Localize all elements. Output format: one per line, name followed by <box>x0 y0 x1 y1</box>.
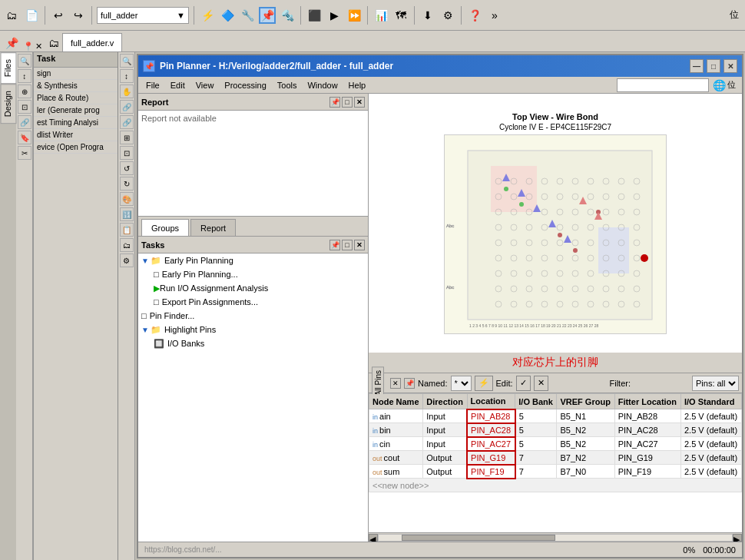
col-fitter-location[interactable]: Fitter Location <box>614 394 680 409</box>
report-dock-btn[interactable]: 📌 <box>329 97 340 108</box>
compile-icon[interactable]: ⚡ <box>199 7 216 24</box>
sb-btn-6[interactable]: 🔖 <box>18 131 31 144</box>
scrollbar-thumb[interactable] <box>402 535 555 541</box>
task-pin-finder[interactable]: □ Pin Finder... <box>138 309 368 323</box>
table-dock-btn[interactable]: 📌 <box>404 378 415 389</box>
cell-location[interactable]: PIN_AC28 <box>467 423 515 437</box>
outer-task-sign[interactable]: sign <box>34 68 118 80</box>
run-icon[interactable]: ▶ <box>326 7 343 24</box>
close-button[interactable]: ✕ <box>723 59 737 73</box>
table-scroll[interactable]: Node Name Direction Location I/O Bank VR… <box>369 393 742 532</box>
cell-location[interactable]: PIN_F19 <box>467 465 515 479</box>
col-location[interactable]: Location <box>467 394 515 409</box>
fit-icon[interactable]: 🔧 <box>239 7 256 24</box>
project-dropdown[interactable]: full_adder ▼ <box>97 7 189 24</box>
report-max-btn[interactable]: □ <box>342 97 353 108</box>
redo-icon[interactable]: ↪ <box>70 7 87 24</box>
sb-btn-1[interactable]: 🔍 <box>18 54 31 68</box>
sb-btn-2[interactable]: ↕ <box>18 69 31 83</box>
scrollbar-track[interactable] <box>378 534 733 542</box>
strip-btn-4[interactable]: 🔗 <box>120 100 134 114</box>
cell-location[interactable]: PIN_AB28 <box>467 409 515 423</box>
col-direction[interactable]: Direction <box>423 394 467 409</box>
report-close-btn[interactable]: ✕ <box>354 97 365 108</box>
sb-btn-5[interactable]: 🔗 <box>18 115 31 129</box>
edit-check-btn[interactable]: ✓ <box>516 376 531 391</box>
task-highlight-pins-folder[interactable]: ▼ 📁 Highlight Pins <box>138 323 368 336</box>
menu-tools[interactable]: Tools <box>273 79 302 91</box>
menu-edit[interactable]: Edit <box>166 79 190 91</box>
outer-task-synthesis[interactable]: & Synthesis <box>34 80 118 92</box>
toolbar-icon-2[interactable]: 📄 <box>23 7 40 24</box>
task-early-pin-planning-folder[interactable]: ▼ 📁 Early Pin Planning <box>138 253 368 267</box>
synthesize-icon[interactable]: 🔷 <box>219 7 236 24</box>
tasks-max-btn[interactable]: □ <box>342 240 353 250</box>
close-tab[interactable]: ✕ <box>35 41 42 51</box>
chip-editor-icon[interactable]: 🗺 <box>392 7 409 24</box>
task-export-pin[interactable]: □ Export Pin Assignments... <box>138 295 368 309</box>
menu-file[interactable]: File <box>141 79 164 91</box>
task-run-io[interactable]: ▶ Run I/O Assignment Analysis <box>138 281 368 295</box>
menu-window[interactable]: Window <box>303 79 342 91</box>
dock-icon[interactable]: 📌 <box>3 35 20 51</box>
strip-btn-2[interactable]: ↕ <box>120 69 134 83</box>
table-row[interactable]: inainInputPIN_AB285B5_N1PIN_AB282.5 V (d… <box>369 409 742 423</box>
strip-btn-7[interactable]: ⊡ <box>120 146 134 160</box>
outer-task-generate[interactable]: ler (Generate prog <box>34 104 118 117</box>
sb-btn-3[interactable]: ⊕ <box>18 84 31 98</box>
table-row[interactable]: outcoutOutputPIN_G197B7_N2PIN_G192.5 V (… <box>369 451 742 465</box>
groups-subtab[interactable]: Groups <box>141 219 189 236</box>
scroll-right-btn[interactable]: ▶ <box>733 534 742 542</box>
h-scrollbar[interactable]: ◀ ▶ <box>369 532 742 542</box>
search-input[interactable] <box>617 78 709 92</box>
asm-icon[interactable]: 🔩 <box>279 7 296 24</box>
tab-icon-small[interactable]: 🗂 <box>45 35 62 51</box>
help-icon[interactable]: ❓ <box>466 7 483 24</box>
maximize-button[interactable]: □ <box>707 59 720 73</box>
undo-icon[interactable]: ↩ <box>50 7 67 24</box>
pgm-icon[interactable]: ⬇ <box>419 7 436 24</box>
strip-btn-10[interactable]: 🎨 <box>120 192 134 206</box>
col-io-standard[interactable]: I/O Standard <box>681 394 742 409</box>
outer-task-timing[interactable]: est Timing Analysi <box>34 117 118 129</box>
task-early-pin-planning-item[interactable]: □ Early Pin Planning... <box>138 267 368 281</box>
table-row[interactable]: inbinInputPIN_AC285B5_N2PIN_AC282.5 V (d… <box>369 423 742 437</box>
col-io-bank[interactable]: I/O Bank <box>515 394 557 409</box>
col-vref-group[interactable]: VREF Group <box>557 394 614 409</box>
named-filter-btn[interactable]: ⚡ <box>475 376 493 391</box>
strip-btn-3[interactable]: ✋ <box>120 84 134 98</box>
files-tab[interactable]: Files <box>0 52 16 84</box>
tab-full-adder-v[interactable]: full_adder.v <box>62 33 122 51</box>
table-close-btn[interactable]: ✕ <box>390 378 401 389</box>
sb-btn-4[interactable]: ⊡ <box>18 100 31 114</box>
settings-icon[interactable]: ⚙ <box>439 7 456 24</box>
outer-task-device[interactable]: evice (Open Progra <box>34 141 118 154</box>
new-node-cell[interactable]: <<new node>> <box>369 479 742 492</box>
report-subtab[interactable]: Report <box>190 219 236 236</box>
outer-task-place[interactable]: Place & Route) <box>34 92 118 104</box>
scroll-left-btn[interactable]: ◀ <box>369 534 378 542</box>
menu-help[interactable]: Help <box>344 79 371 91</box>
strip-btn-14[interactable]: ⚙ <box>120 253 134 267</box>
pin-planner-icon[interactable]: 📌 <box>259 7 276 24</box>
outer-task-netlist[interactable]: dlist Writer <box>34 129 118 141</box>
step-icon[interactable]: ⏩ <box>346 7 363 24</box>
toolbar-icon-1[interactable]: 🗂 <box>3 7 20 24</box>
menu-view[interactable]: View <box>191 79 219 91</box>
new-node-row[interactable]: <<new node>> <box>369 479 742 492</box>
strip-btn-6[interactable]: ⊞ <box>120 131 134 144</box>
sb-btn-7[interactable]: ✂ <box>18 146 31 160</box>
cell-location[interactable]: PIN_AC27 <box>467 437 515 451</box>
tasks-dock-btn[interactable]: 📌 <box>329 240 340 250</box>
table-row[interactable]: incinInputPIN_AC275B5_N2PIN_AC272.5 V (d… <box>369 437 742 451</box>
strip-btn-13[interactable]: 🗂 <box>120 238 134 252</box>
filter-dropdown[interactable]: Pins: all <box>692 376 739 391</box>
col-node-name[interactable]: Node Name <box>369 394 423 409</box>
stop-icon[interactable]: ⬛ <box>306 7 323 24</box>
extra-icon[interactable]: » <box>486 7 503 24</box>
search-go-icon[interactable]: 🌐 <box>712 78 726 92</box>
edit-x-btn[interactable]: ✕ <box>534 376 548 391</box>
table-row[interactable]: outsumOutputPIN_F197B7_N0PIN_F192.5 V (d… <box>369 465 742 479</box>
cell-location[interactable]: PIN_G19 <box>467 451 515 465</box>
task-io-banks[interactable]: 🔲 I/O Banks <box>138 336 368 350</box>
